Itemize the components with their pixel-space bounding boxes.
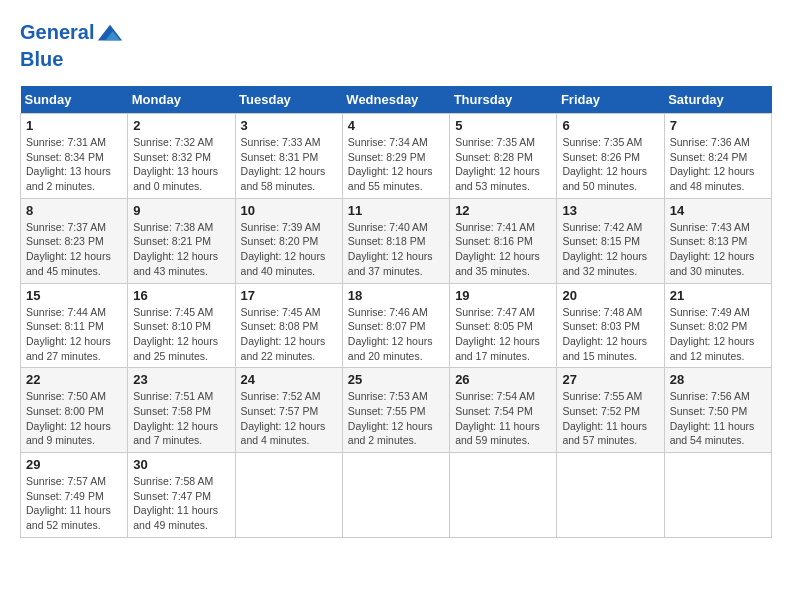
calendar-day-1: 1Sunrise: 7:31 AMSunset: 8:34 PMDaylight…: [21, 114, 128, 199]
calendar-day-4: 4Sunrise: 7:34 AMSunset: 8:29 PMDaylight…: [342, 114, 449, 199]
calendar-day-21: 21Sunrise: 7:49 AMSunset: 8:02 PMDayligh…: [664, 283, 771, 368]
calendar-day-5: 5Sunrise: 7:35 AMSunset: 8:28 PMDaylight…: [450, 114, 557, 199]
weekday-header-tuesday: Tuesday: [235, 86, 342, 114]
calendar-day-27: 27Sunrise: 7:55 AMSunset: 7:52 PMDayligh…: [557, 368, 664, 453]
weekday-header-row: SundayMondayTuesdayWednesdayThursdayFrid…: [21, 86, 772, 114]
calendar-day-15: 15Sunrise: 7:44 AMSunset: 8:11 PMDayligh…: [21, 283, 128, 368]
calendar-day-12: 12Sunrise: 7:41 AMSunset: 8:16 PMDayligh…: [450, 198, 557, 283]
calendar-day-17: 17Sunrise: 7:45 AMSunset: 8:08 PMDayligh…: [235, 283, 342, 368]
calendar-day-13: 13Sunrise: 7:42 AMSunset: 8:15 PMDayligh…: [557, 198, 664, 283]
calendar-day-empty: [557, 453, 664, 538]
calendar-day-28: 28Sunrise: 7:56 AMSunset: 7:50 PMDayligh…: [664, 368, 771, 453]
calendar-day-empty: [342, 453, 449, 538]
weekday-header-sunday: Sunday: [21, 86, 128, 114]
calendar-table: SundayMondayTuesdayWednesdayThursdayFrid…: [20, 86, 772, 538]
logo-blue: Blue: [20, 48, 124, 70]
logo-text: General: [20, 20, 124, 48]
calendar-day-8: 8Sunrise: 7:37 AMSunset: 8:23 PMDaylight…: [21, 198, 128, 283]
calendar-day-empty: [450, 453, 557, 538]
calendar-day-29: 29Sunrise: 7:57 AMSunset: 7:49 PMDayligh…: [21, 453, 128, 538]
calendar-day-26: 26Sunrise: 7:54 AMSunset: 7:54 PMDayligh…: [450, 368, 557, 453]
calendar-day-18: 18Sunrise: 7:46 AMSunset: 8:07 PMDayligh…: [342, 283, 449, 368]
calendar-week-1: 1Sunrise: 7:31 AMSunset: 8:34 PMDaylight…: [21, 114, 772, 199]
calendar-day-23: 23Sunrise: 7:51 AMSunset: 7:58 PMDayligh…: [128, 368, 235, 453]
calendar-day-9: 9Sunrise: 7:38 AMSunset: 8:21 PMDaylight…: [128, 198, 235, 283]
calendar-day-22: 22Sunrise: 7:50 AMSunset: 8:00 PMDayligh…: [21, 368, 128, 453]
weekday-header-thursday: Thursday: [450, 86, 557, 114]
calendar-week-3: 15Sunrise: 7:44 AMSunset: 8:11 PMDayligh…: [21, 283, 772, 368]
calendar-day-3: 3Sunrise: 7:33 AMSunset: 8:31 PMDaylight…: [235, 114, 342, 199]
calendar-week-2: 8Sunrise: 7:37 AMSunset: 8:23 PMDaylight…: [21, 198, 772, 283]
calendar-day-10: 10Sunrise: 7:39 AMSunset: 8:20 PMDayligh…: [235, 198, 342, 283]
calendar-day-16: 16Sunrise: 7:45 AMSunset: 8:10 PMDayligh…: [128, 283, 235, 368]
calendar-day-14: 14Sunrise: 7:43 AMSunset: 8:13 PMDayligh…: [664, 198, 771, 283]
calendar-day-7: 7Sunrise: 7:36 AMSunset: 8:24 PMDaylight…: [664, 114, 771, 199]
calendar-day-6: 6Sunrise: 7:35 AMSunset: 8:26 PMDaylight…: [557, 114, 664, 199]
calendar-week-4: 22Sunrise: 7:50 AMSunset: 8:00 PMDayligh…: [21, 368, 772, 453]
calendar-day-30: 30Sunrise: 7:58 AMSunset: 7:47 PMDayligh…: [128, 453, 235, 538]
weekday-header-wednesday: Wednesday: [342, 86, 449, 114]
logo-icon: [96, 20, 124, 48]
logo: General Blue: [20, 20, 124, 70]
calendar-day-19: 19Sunrise: 7:47 AMSunset: 8:05 PMDayligh…: [450, 283, 557, 368]
calendar-day-11: 11Sunrise: 7:40 AMSunset: 8:18 PMDayligh…: [342, 198, 449, 283]
weekday-header-monday: Monday: [128, 86, 235, 114]
calendar-day-empty: [235, 453, 342, 538]
calendar-day-empty: [664, 453, 771, 538]
page-header: General Blue: [20, 20, 772, 70]
calendar-day-25: 25Sunrise: 7:53 AMSunset: 7:55 PMDayligh…: [342, 368, 449, 453]
weekday-header-friday: Friday: [557, 86, 664, 114]
calendar-week-5: 29Sunrise: 7:57 AMSunset: 7:49 PMDayligh…: [21, 453, 772, 538]
calendar-day-2: 2Sunrise: 7:32 AMSunset: 8:32 PMDaylight…: [128, 114, 235, 199]
weekday-header-saturday: Saturday: [664, 86, 771, 114]
calendar-day-20: 20Sunrise: 7:48 AMSunset: 8:03 PMDayligh…: [557, 283, 664, 368]
calendar-day-24: 24Sunrise: 7:52 AMSunset: 7:57 PMDayligh…: [235, 368, 342, 453]
